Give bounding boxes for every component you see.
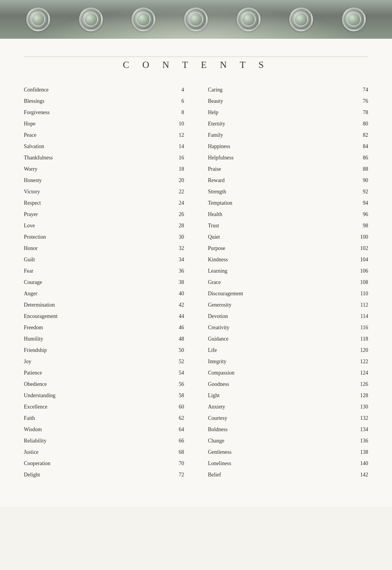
toc-item-title: Fear [24,268,78,274]
toc-item-title: Praise [208,166,262,172]
toc-item-title: Compassion [208,370,262,376]
toc-row: Devotion114 [208,313,368,322]
toc-item-title: Eternity [208,121,262,127]
toc-page-number: 116 [356,324,368,331]
toc-item-title: Freedom [24,324,78,331]
toc-row: Belief142 [208,472,368,480]
toc-row: Victory22 [24,189,184,197]
toc-page-number: 32 [172,245,184,251]
toc-row: Trust98 [208,223,368,231]
toc-row: Freedom46 [24,324,184,333]
toc-item-title: Discouragement [208,291,262,297]
toc-item-title: Courage [24,279,78,285]
top-divider [24,57,368,57]
toc-row: Compassion124 [208,370,368,378]
toc-row: Confidence4 [24,87,184,95]
toc-page-number: 126 [356,381,368,387]
toc-page-number: 30 [172,234,184,240]
toc-item-title: Trust [208,223,262,229]
toc-row: Patience54 [24,370,184,378]
toc-page-number: 72 [172,472,184,478]
toc-page-number: 48 [172,336,184,342]
toc-page-number: 28 [172,223,184,229]
toc-page-number: 142 [356,472,368,478]
toc-item-title: Joy [24,358,78,365]
toc-page-number: 50 [172,347,184,353]
toc-item-title: Confidence [24,87,78,93]
header-circle-6 [342,7,366,31]
toc-row: Grace108 [208,279,368,288]
toc-page-number: 6 [172,98,184,104]
toc-page-number: 46 [172,324,184,331]
toc-item-title: Purpose [208,245,262,251]
toc-page-number: 108 [356,279,368,285]
toc-row: Encouragement44 [24,313,184,322]
toc-item-title: Encouragement [24,313,78,319]
toc-item-title: Reward [208,177,262,184]
toc-page-number: 58 [172,392,184,399]
toc-row: Creativity116 [208,324,368,333]
toc-item-title: Integrity [208,358,262,365]
toc-item-title: Obedience [24,381,78,387]
toc-row: Quiet100 [208,234,368,242]
toc-page-number: 86 [356,155,368,161]
toc-row: Anger40 [24,291,184,299]
toc-page-number: 102 [356,245,368,251]
toc-item-title: Justice [24,449,78,455]
toc-item-title: Strength [208,189,262,195]
toc-page-number: 94 [356,200,368,206]
toc-item-title: Protection [24,234,78,240]
toc-page-number: 90 [356,177,368,184]
right-column: Caring74Beauty76Help78Eternity80Family82… [208,87,368,483]
toc-page-number: 52 [172,358,184,365]
toc-item-title: Salvation [24,143,78,150]
toc-page-number: 114 [356,313,368,319]
toc-row: Learning106 [208,268,368,276]
toc-page-number: 38 [172,279,184,285]
toc-page-number: 36 [172,268,184,274]
toc-item-title: Creativity [208,324,262,331]
toc-item-title: Wisdom [24,426,78,433]
toc-item-title: Light [208,392,262,399]
header-circle-2 [131,7,155,31]
toc-page-number: 12 [172,132,184,138]
toc-item-title: Temptation [208,200,262,206]
header-circle-3 [184,7,208,31]
toc-page-number: 42 [172,302,184,308]
toc-page-number: 62 [172,415,184,421]
toc-row: Reward90 [208,177,368,186]
toc-page-number: 136 [356,438,368,444]
toc-page-number: 10 [172,121,184,127]
header-image [0,0,392,39]
toc-item-title: Guidance [208,336,262,342]
toc-item-title: Change [208,438,262,444]
toc-row: Wisdom64 [24,426,184,435]
toc-item-title: Respect [24,200,78,206]
page-body: C O N T E N T S Confidence4Blessings6For… [0,39,392,507]
toc-page-number: 22 [172,189,184,195]
toc-row: Excellence60 [24,404,184,412]
toc-page-number: 128 [356,392,368,399]
toc-item-title: Belief [208,472,262,478]
toc-item-title: Humility [24,336,78,342]
toc-item-title: Faith [24,415,78,421]
toc-page-number: 78 [356,109,368,116]
toc-row: Thankfulness16 [24,155,184,163]
toc-row: Guidance118 [208,336,368,344]
toc-item-title: Anxiety [208,404,262,410]
toc-row: Cooperation70 [24,460,184,469]
toc-page-number: 24 [172,200,184,206]
header-circle-0 [26,7,50,31]
page-title: C O N T E N T S [24,59,368,70]
toc-item-title: Devotion [208,313,262,319]
toc-row: Guilt34 [24,257,184,265]
toc-page-number: 40 [172,291,184,297]
toc-item-title: Family [208,132,262,138]
toc-page-number: 112 [356,302,368,308]
toc-row: Blessings6 [24,98,184,106]
toc-page-number: 104 [356,257,368,263]
header-circle-5 [289,7,313,31]
toc-item-title: Blessings [24,98,78,104]
toc-item-title: Helpfulness [208,155,262,161]
toc-item-title: Reliability [24,438,78,444]
